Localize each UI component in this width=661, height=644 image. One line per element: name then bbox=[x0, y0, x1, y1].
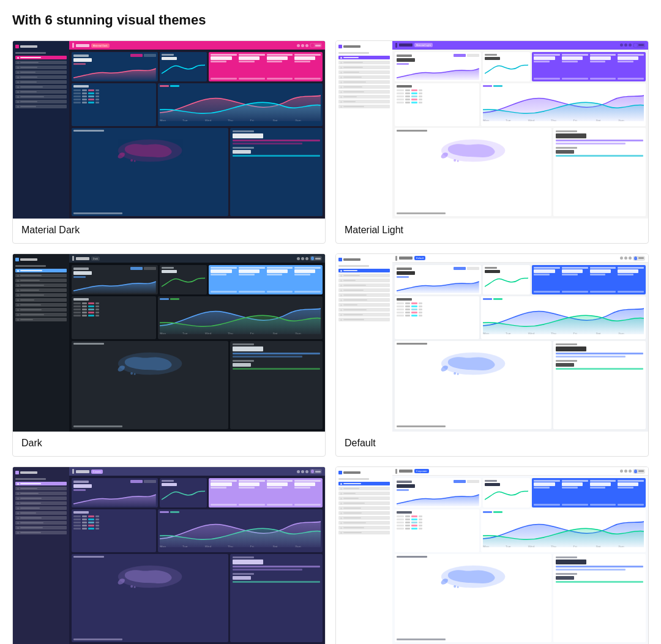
theme-label-material-dark: Material Dark bbox=[13, 219, 325, 236]
svg-point-38 bbox=[454, 372, 456, 375]
svg-text:Mon: Mon bbox=[160, 332, 166, 334]
svg-point-8 bbox=[130, 159, 133, 162]
theme-preview-cosmic: Cosmic bbox=[13, 467, 325, 644]
svg-text:Wed: Wed bbox=[204, 119, 211, 121]
svg-text:Wed: Wed bbox=[528, 545, 534, 547]
svg-text:Fri: Fri bbox=[573, 332, 577, 334]
svg-text:Wed: Wed bbox=[204, 545, 211, 547]
svg-text:Sat: Sat bbox=[596, 545, 601, 547]
svg-point-48 bbox=[130, 585, 133, 588]
svg-text:Sun: Sun bbox=[618, 119, 624, 121]
themes-grid: Material Dark bbox=[12, 40, 649, 644]
svg-text:Sun: Sun bbox=[295, 119, 301, 121]
svg-text:Fri: Fri bbox=[250, 545, 253, 547]
svg-text:Sat: Sat bbox=[272, 332, 278, 334]
svg-text:Thu: Thu bbox=[550, 119, 556, 121]
svg-text:Sat: Sat bbox=[596, 119, 601, 121]
svg-text:Thu: Thu bbox=[550, 332, 556, 334]
svg-text:Wed: Wed bbox=[204, 332, 211, 334]
svg-text:Fri: Fri bbox=[573, 119, 577, 121]
svg-text:Mon: Mon bbox=[483, 332, 490, 334]
svg-point-39 bbox=[457, 373, 458, 375]
svg-text:Tue: Tue bbox=[505, 545, 510, 547]
svg-text:Mon: Mon bbox=[483, 119, 490, 121]
svg-text:Fri: Fri bbox=[250, 332, 253, 334]
svg-text:Sat: Sat bbox=[596, 332, 601, 334]
svg-text:Mon: Mon bbox=[160, 545, 166, 547]
svg-text:Fri: Fri bbox=[250, 119, 253, 121]
svg-point-9 bbox=[133, 160, 135, 162]
theme-preview-corporate: Corporate bbox=[336, 467, 648, 644]
svg-point-49 bbox=[133, 586, 135, 588]
svg-text:Sun: Sun bbox=[618, 545, 624, 547]
page-title: With 6 stunning visual themes bbox=[12, 12, 649, 28]
svg-text:Sun: Sun bbox=[618, 332, 624, 334]
theme-preview-material-dark: Material Dark bbox=[13, 41, 325, 219]
theme-card-material-dark[interactable]: Material Dark bbox=[12, 40, 326, 244]
svg-text:Wed: Wed bbox=[528, 119, 534, 121]
svg-point-29 bbox=[133, 373, 135, 375]
svg-text:Sat: Sat bbox=[272, 119, 278, 121]
svg-text:Thu: Thu bbox=[550, 545, 556, 547]
svg-point-19 bbox=[457, 160, 458, 162]
svg-text:Tue: Tue bbox=[505, 119, 510, 121]
svg-point-58 bbox=[454, 585, 456, 588]
svg-text:Mon: Mon bbox=[160, 119, 166, 121]
theme-label-dark: Dark bbox=[13, 432, 325, 449]
svg-text:Fri: Fri bbox=[573, 545, 577, 547]
svg-text:Tue: Tue bbox=[505, 332, 510, 334]
theme-preview-material-light: Material Light bbox=[336, 41, 648, 219]
svg-text:Thu: Thu bbox=[227, 119, 233, 121]
svg-text:Tue: Tue bbox=[182, 119, 187, 121]
theme-card-corporate[interactable]: Corporate bbox=[335, 466, 649, 644]
theme-card-dark[interactable]: Dark bbox=[12, 253, 326, 457]
svg-text:Sat: Sat bbox=[272, 545, 278, 547]
theme-label-material-light: Material Light bbox=[336, 219, 648, 236]
theme-card-default[interactable]: Default bbox=[335, 253, 649, 457]
svg-text:Mon: Mon bbox=[483, 545, 490, 547]
svg-text:Thu: Thu bbox=[227, 545, 233, 547]
svg-point-59 bbox=[457, 586, 458, 588]
theme-preview-default: Default bbox=[336, 254, 648, 432]
theme-preview-dark: Dark bbox=[13, 254, 325, 432]
theme-card-material-light[interactable]: Material Light bbox=[335, 40, 649, 244]
svg-text:Sun: Sun bbox=[295, 332, 301, 334]
svg-text:Tue: Tue bbox=[182, 332, 187, 334]
svg-point-28 bbox=[130, 372, 133, 375]
theme-card-cosmic[interactable]: Cosmic bbox=[12, 466, 326, 644]
theme-label-default: Default bbox=[336, 432, 648, 449]
svg-point-18 bbox=[454, 159, 456, 162]
svg-text:Wed: Wed bbox=[528, 332, 534, 334]
svg-text:Sun: Sun bbox=[295, 545, 301, 547]
svg-text:Thu: Thu bbox=[227, 332, 233, 334]
svg-text:Tue: Tue bbox=[182, 545, 187, 547]
